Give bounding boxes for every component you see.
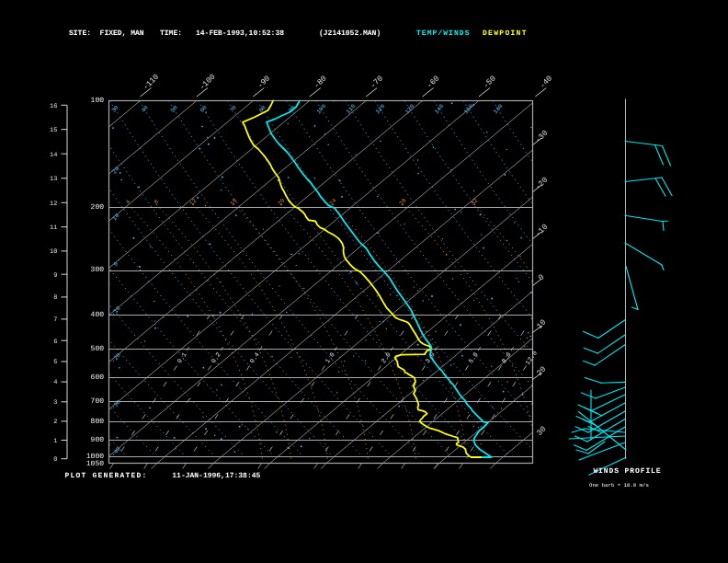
svg-text:SITE:: SITE: (69, 29, 91, 38)
svg-text:300: 300 (91, 266, 105, 274)
svg-text:14: 14 (50, 152, 57, 159)
svg-text:(J2141052.MAN): (J2141052.MAN) (319, 29, 381, 38)
svg-text:1050: 1050 (86, 460, 104, 468)
svg-text:700: 700 (91, 397, 105, 406)
svg-text:9: 9 (53, 272, 57, 280)
svg-text:1: 1 (53, 438, 57, 445)
svg-text:5: 5 (53, 359, 57, 366)
svg-text:400: 400 (91, 311, 105, 319)
svg-text:13: 13 (50, 176, 57, 183)
svg-text:900: 900 (91, 436, 105, 444)
svg-text:15: 15 (50, 127, 57, 134)
svg-text:16: 16 (50, 103, 57, 110)
svg-text:100: 100 (91, 97, 105, 105)
svg-text:PLOT GENERATED:: PLOT GENERATED: (65, 472, 148, 480)
svg-text:12: 12 (50, 201, 57, 208)
svg-text:800: 800 (91, 418, 105, 426)
svg-text:8: 8 (53, 294, 57, 302)
svg-text:TIME:: TIME: (160, 29, 182, 38)
svg-text:DEWPOINT: DEWPOINT (483, 29, 528, 38)
svg-text:0: 0 (53, 456, 57, 464)
svg-text:11: 11 (50, 224, 57, 232)
svg-text:10: 10 (50, 248, 57, 256)
svg-text:500: 500 (91, 345, 105, 353)
svg-text:WINDS PROFILE: WINDS PROFILE (593, 467, 661, 476)
svg-text:11-JAN-1996,17:38:45: 11-JAN-1996,17:38:45 (172, 472, 260, 480)
svg-text:4: 4 (53, 379, 57, 386)
svg-text:14-FEB-1993,10:52:38: 14-FEB-1993,10:52:38 (196, 29, 284, 38)
svg-text:FIXED, MAN: FIXED, MAN (100, 29, 144, 38)
svg-text:3: 3 (53, 399, 57, 407)
svg-text:6: 6 (53, 339, 57, 346)
svg-text:600: 600 (91, 373, 105, 382)
svg-text:200: 200 (91, 203, 105, 212)
svg-text:7: 7 (53, 316, 57, 324)
svg-text:2: 2 (53, 419, 57, 426)
svg-text:TEMP/WINDS: TEMP/WINDS (416, 29, 471, 38)
svg-text:One barb = 10.0 m/s: One barb = 10.0 m/s (589, 482, 649, 488)
